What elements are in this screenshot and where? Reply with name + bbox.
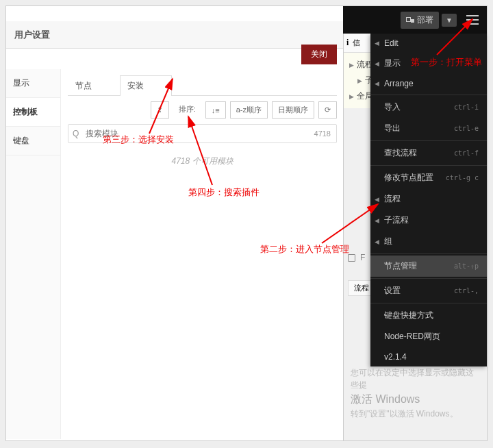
sort-date-button[interactable]: 日期顺序: [272, 101, 314, 119]
sort-az-button[interactable]: a-z顺序: [230, 101, 268, 119]
upload-button[interactable]: ⇪: [151, 101, 169, 119]
sort-label: 排序:: [173, 101, 201, 119]
deploy-caret-button[interactable]: ▼: [442, 14, 457, 27]
search-input[interactable]: [83, 125, 308, 142]
settings-side-tabs: 显示 控制板 键盘: [6, 69, 61, 439]
modal-header: 用户设置: [6, 21, 344, 49]
deploy-icon: [406, 17, 414, 23]
chevron-left-icon: ◀: [375, 60, 379, 67]
menu-website[interactable]: Node-RED网页: [370, 326, 487, 347]
chevron-right-icon: ▶: [349, 93, 354, 100]
result-count: 4718: [309, 129, 336, 138]
menu-version: v2.1.4: [370, 347, 487, 366]
menu-settings[interactable]: 设置ctrl-,: [370, 280, 487, 301]
tab-nodes[interactable]: 节点: [68, 75, 120, 96]
modal-title: 用户设置: [14, 29, 50, 41]
refresh-button[interactable]: ⟳: [318, 101, 337, 119]
menu-view[interactable]: ◀显示: [370, 53, 487, 74]
side-tab-display[interactable]: 显示: [6, 69, 60, 98]
deploy-label: 部署: [417, 14, 433, 26]
chevron-left-icon: ◀: [375, 196, 379, 203]
menu-arrange[interactable]: ◀Arrange: [370, 74, 487, 93]
chevron-left-icon: ◀: [375, 40, 379, 47]
main-menu: ◀Edit ◀显示 ◀Arrange 导入ctrl-i 导出ctrl-e 查找流…: [370, 34, 487, 366]
book-icon: [348, 254, 355, 262]
side-tab-keyboard[interactable]: 键盘: [6, 127, 60, 155]
menu-config-nodes[interactable]: 修改节点配置ctrl-g c: [370, 167, 487, 188]
menu-flows[interactable]: ◀流程: [370, 188, 487, 210]
menu-groups[interactable]: ◀组: [370, 231, 487, 252]
chevron-left-icon: ◀: [375, 238, 379, 245]
tab-install[interactable]: 安装: [120, 75, 172, 96]
menu-shortcuts[interactable]: 键盘快捷方式: [370, 305, 487, 326]
palette-tabs: 节点 安装: [68, 75, 337, 96]
app-header: 部署 ▼: [343, 6, 487, 34]
sort-default-button[interactable]: ↓≡: [205, 101, 226, 119]
settings-content: 节点 安装 ⇪ 排序: ↓≡ a-z顺序 日期顺序 ⟳ Q 4718 4718 …: [61, 69, 344, 439]
right-tab-info[interactable]: 信: [349, 35, 364, 51]
watermark: 您可以在设定中选择显示或隐藏这些提 激活 Windows 转到"设置"以激活 W…: [351, 366, 480, 420]
modules-hint: 4718 个可用模块: [68, 143, 337, 179]
sort-toolbar: ⇪ 排序: ↓≡ a-z顺序 日期顺序 ⟳: [68, 96, 337, 124]
app-frame: 部署 ▼ 用户设置 关闭 显示 控制板 键盘 节点 安装 ⇪: [5, 5, 488, 441]
menu-export[interactable]: 导出ctrl-e: [370, 118, 487, 139]
search-icon: Q: [68, 129, 83, 138]
menu-manage-palette[interactable]: 节点管理alt-⇧p: [370, 256, 487, 277]
search-row: Q 4718: [68, 124, 337, 143]
chevron-left-icon: ◀: [375, 80, 379, 87]
chevron-right-icon: ▶: [357, 77, 362, 84]
menu-search-flows[interactable]: 查找流程ctrl-f: [370, 142, 487, 164]
close-button[interactable]: 关闭: [301, 45, 337, 64]
flow-letter: F: [360, 253, 365, 262]
menu-edit[interactable]: ◀Edit: [370, 34, 487, 53]
chevron-left-icon: ◀: [375, 217, 379, 224]
chevron-right-icon: ▶: [349, 62, 354, 69]
menu-subflows[interactable]: ◀子流程: [370, 210, 487, 231]
user-settings-modal: 用户设置 关闭 显示 控制板 键盘 节点 安装 ⇪ 排序: ↓≡ a-z顺序 日…: [6, 21, 344, 439]
deploy-button[interactable]: 部署: [401, 12, 439, 29]
side-tab-palette[interactable]: 控制板: [6, 98, 60, 127]
menu-import[interactable]: 导入ctrl-i: [370, 97, 487, 118]
hamburger-menu-button[interactable]: [464, 11, 481, 29]
